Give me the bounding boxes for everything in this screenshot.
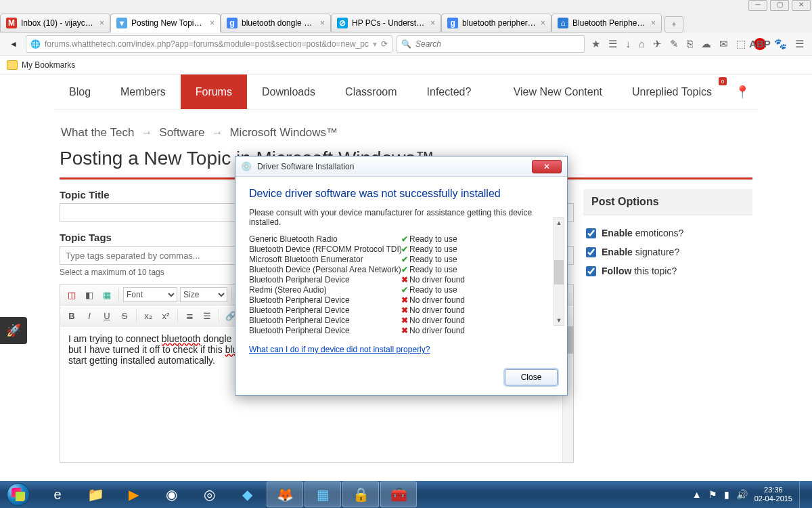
browser-tab[interactable]: MInbox (10) - vijaycreat...× — [0, 14, 110, 33]
bold-icon[interactable]: B — [64, 308, 79, 323]
paw-icon[interactable]: 🐾 — [774, 38, 787, 50]
toolbar-icon-4[interactable]: ✈ — [653, 38, 662, 50]
task-chrome[interactable]: ◎ — [191, 482, 227, 507]
browser-tab[interactable]: ⊘HP PCs - Understandi...× — [331, 14, 441, 33]
browser-tab[interactable]: ▾Posting New Topic - ...× — [110, 14, 221, 33]
tab-close-icon[interactable]: × — [210, 18, 215, 28]
bookmark-item[interactable]: My Bookmarks — [22, 60, 75, 70]
italic-icon[interactable]: I — [82, 308, 97, 323]
dialog-help-link[interactable]: What can I do if my device did not insta… — [249, 345, 430, 354]
address-bar[interactable]: 🌐 forums.whatthetech.com/index.php?app=f… — [26, 35, 392, 53]
tray-expand-icon[interactable]: ▲ — [692, 489, 702, 500]
task-deluge[interactable]: ◆ — [229, 482, 265, 507]
tab-close-icon[interactable]: × — [430, 18, 435, 28]
nav-members[interactable]: Members — [106, 75, 181, 109]
menu-icon[interactable]: ☰ — [795, 38, 804, 50]
rocket-side-tab[interactable]: 🚀 — [0, 317, 27, 344]
nav-classroom[interactable]: Classroom — [330, 75, 411, 109]
scroll-up-icon[interactable]: ▲ — [554, 218, 564, 228]
tab-close-icon[interactable]: × — [651, 18, 656, 28]
post-option[interactable]: Follow this topic? — [583, 261, 752, 280]
tab-label: Bluetooth Peripheral ... — [572, 18, 647, 28]
nav-blog[interactable]: Blog — [54, 75, 106, 109]
toolbar-icon-8[interactable]: ✉ — [719, 38, 728, 50]
lock-icon: 🔒 — [353, 486, 369, 503]
adblock-icon[interactable]: ABP — [754, 38, 766, 50]
toolbar-icon-5[interactable]: ✎ — [670, 38, 679, 50]
device-row: Bluetooth Peripheral Device✖No driver fo… — [249, 325, 554, 335]
start-button[interactable] — [0, 481, 37, 508]
toolbar-icon-2[interactable]: ↓ — [625, 38, 631, 49]
breadcrumb-item[interactable]: Microsoft Windows™ — [228, 126, 339, 139]
breadcrumb-item[interactable]: What the Tech — [60, 126, 135, 139]
dialog-close-x[interactable]: ✕ — [532, 160, 562, 173]
tab-close-icon[interactable]: × — [541, 18, 545, 28]
nav-unreplied-topics[interactable]: Unreplied Topics — [617, 75, 727, 109]
toolbar-icon-3[interactable]: ⌂ — [639, 38, 645, 49]
device-name: Bluetooth Peripheral Device — [249, 275, 401, 284]
new-tab-button[interactable]: + — [664, 16, 683, 33]
window-minimize[interactable]: ─ — [748, 0, 767, 11]
window-close[interactable]: ✕ — [792, 0, 811, 11]
font-select[interactable]: Font — [123, 287, 177, 302]
dialog-titlebar[interactable]: 💿 Driver Software Installation ✕ — [235, 156, 567, 177]
breadcrumb-item[interactable]: Software — [158, 126, 206, 139]
dropdown-icon[interactable]: ▾ — [373, 39, 377, 49]
browser-tab[interactable]: ⌂Bluetooth Peripheral ...× — [551, 14, 662, 33]
nav-view-new-content[interactable]: View New Content — [499, 75, 617, 109]
nav-infected[interactable]: Infected? — [412, 75, 487, 109]
toggle-icon[interactable]: ◫ — [64, 287, 79, 302]
nav-downloads[interactable]: Downloads — [247, 75, 330, 109]
browser-tab[interactable]: gbluetooth dongle wo...× — [221, 14, 331, 33]
back-button[interactable]: ◄ — [5, 36, 22, 52]
size-select[interactable]: Size — [180, 287, 227, 302]
hp-icon: ◉ — [166, 486, 177, 503]
reload-icon[interactable]: ⟳ — [381, 39, 388, 49]
bullet-list-icon[interactable]: ≣ — [182, 308, 197, 323]
task-firefox[interactable]: 🦊 — [267, 482, 303, 507]
strike-icon[interactable]: S — [117, 308, 132, 323]
show-desktop[interactable] — [799, 481, 805, 508]
option-checkbox[interactable] — [586, 228, 596, 238]
notification-badge[interactable]: 0 — [719, 77, 727, 85]
toolbar-icon-7[interactable]: ☁ — [701, 38, 711, 50]
palette-icon[interactable]: ▦ — [99, 287, 114, 302]
superscript-icon[interactable]: x² — [158, 308, 173, 323]
eraser-icon[interactable]: ◧ — [82, 287, 97, 302]
task-wmp[interactable]: ▶ — [115, 482, 152, 507]
scroll-down-icon[interactable]: ▼ — [554, 316, 564, 325]
nav-forums[interactable]: Forums — [181, 75, 247, 109]
subscript-icon[interactable]: x₂ — [141, 308, 156, 323]
device-status: Ready to use — [409, 285, 457, 295]
task-hp[interactable]: ◉ — [153, 482, 189, 507]
browser-search-box[interactable]: 🔍 — [397, 35, 585, 53]
network-icon[interactable]: ▮ — [724, 489, 729, 500]
pin-icon[interactable]: 📍 — [727, 75, 758, 109]
underline-icon[interactable]: U — [99, 308, 114, 323]
tab-close-icon[interactable]: × — [320, 18, 325, 28]
volume-icon[interactable]: 🔊 — [736, 489, 748, 500]
task-lock[interactable]: 🔒 — [342, 482, 379, 507]
window-maximize[interactable]: ▢ — [770, 0, 789, 11]
post-option[interactable]: Enable signature? — [583, 242, 752, 261]
task-ie[interactable]: e — [39, 482, 76, 507]
toolbar-icon-9[interactable]: ⬚ — [736, 38, 746, 50]
task-explorer[interactable]: 📁 — [77, 482, 114, 507]
tab-favicon: ▾ — [116, 18, 127, 28]
flag-icon[interactable]: ⚑ — [708, 489, 717, 500]
task-toolbox[interactable]: 🧰 — [380, 482, 417, 507]
toolbar-icon-0[interactable]: ★ — [591, 38, 600, 50]
dialog-close-button[interactable]: Close — [505, 369, 558, 385]
toolbar-icon-1[interactable]: ☰ — [608, 38, 617, 50]
taskbar-clock[interactable]: 23:36 02-04-2015 — [754, 486, 792, 503]
post-option[interactable]: Enable emoticons? — [583, 224, 752, 242]
search-input[interactable] — [415, 39, 580, 49]
tab-close-icon[interactable]: × — [99, 18, 104, 28]
toolbar-icon-6[interactable]: ⎘ — [687, 38, 693, 49]
option-checkbox[interactable] — [586, 247, 596, 257]
number-list-icon[interactable]: ☰ — [200, 308, 215, 323]
task-app1[interactable]: ▦ — [304, 482, 341, 507]
option-checkbox[interactable] — [586, 266, 596, 276]
dialog-scrollbar[interactable]: ▲ ▼ — [554, 217, 564, 326]
browser-tab[interactable]: gbluetooth peripheral ...× — [441, 14, 551, 33]
